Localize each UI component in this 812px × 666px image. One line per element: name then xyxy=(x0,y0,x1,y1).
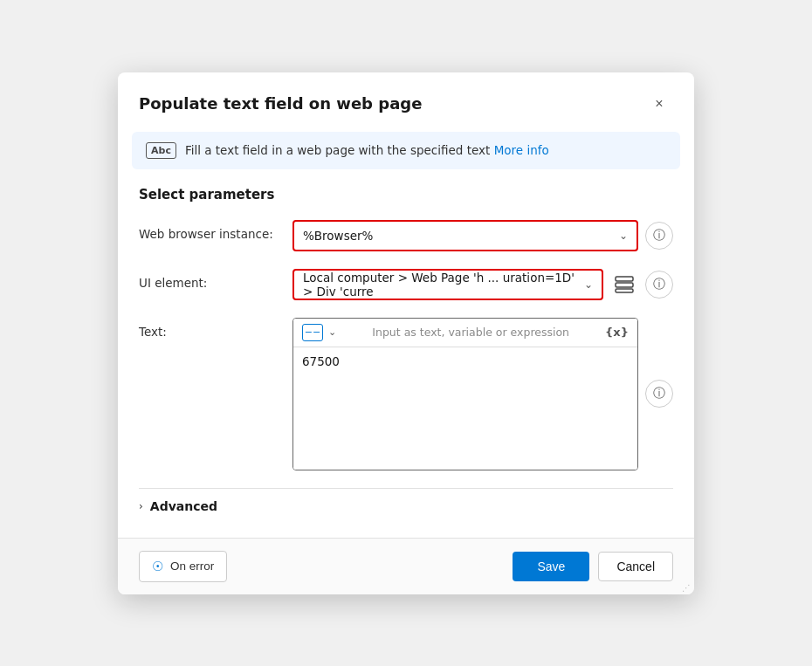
dialog-body: Select parameters Web browser instance: … xyxy=(118,169,694,538)
text-area-wrapper: −− ⌄ Input as text, variable or expressi… xyxy=(292,318,638,470)
browser-label: Web browser instance: xyxy=(139,220,279,241)
browser-control: %Browser% ⌄ ⓘ xyxy=(292,220,673,251)
more-info-link[interactable]: More info xyxy=(494,143,549,157)
svg-rect-0 xyxy=(616,277,633,281)
browser-value: %Browser% xyxy=(303,229,373,243)
info-banner-text: Fill a text field in a web page with the… xyxy=(185,143,549,157)
chevron-down-icon: ⌄ xyxy=(584,278,593,291)
browser-info-icon[interactable]: ⓘ xyxy=(645,222,673,250)
dialog-header: Populate text field on web page × xyxy=(118,72,694,132)
text-info-icon[interactable]: ⓘ xyxy=(645,380,673,408)
text-area-toolbar: −− ⌄ Input as text, variable or expressi… xyxy=(293,319,637,347)
dialog-title: Populate text field on web page xyxy=(139,94,422,113)
stack-icon[interactable] xyxy=(610,271,638,299)
on-error-button[interactable]: ☉ On error xyxy=(139,551,227,582)
section-title: Select parameters xyxy=(139,187,673,203)
dialog: Populate text field on web page × Abc Fi… xyxy=(118,72,694,594)
expression-icon[interactable]: {x} xyxy=(605,326,629,339)
text-row: Text: −− ⌄ Input as text, variable or ex… xyxy=(139,318,673,470)
info-banner: Abc Fill a text field in a web page with… xyxy=(132,132,680,169)
browser-dropdown[interactable]: %Browser% ⌄ xyxy=(292,220,638,251)
advanced-label: Advanced xyxy=(150,499,217,513)
footer-wrapper: ☉ On error Save Cancel ⋰ xyxy=(118,538,694,594)
text-value: 67500 xyxy=(302,354,340,368)
text-placeholder: Input as text, variable or expression xyxy=(372,326,569,339)
text-control: −− ⌄ Input as text, variable or expressi… xyxy=(292,318,673,470)
browser-instance-row: Web browser instance: %Browser% ⌄ ⓘ xyxy=(139,220,673,251)
abc-icon: Abc xyxy=(146,142,176,159)
svg-rect-1 xyxy=(616,283,633,287)
on-error-label: On error xyxy=(170,560,214,573)
text-mode-chevron[interactable]: ⌄ xyxy=(328,326,336,338)
ui-element-control: Local computer > Web Page 'h ... uration… xyxy=(292,269,673,300)
close-button[interactable]: × xyxy=(645,90,673,118)
advanced-section[interactable]: › Advanced xyxy=(139,488,673,520)
ui-element-row: UI element: Local computer > Web Page 'h… xyxy=(139,269,673,300)
text-area-content[interactable]: 67500 xyxy=(293,347,637,470)
text-mode-icon[interactable]: −− xyxy=(302,324,323,341)
footer-actions: Save Cancel xyxy=(513,552,673,581)
cancel-button[interactable]: Cancel xyxy=(598,552,673,581)
ui-element-value: Local computer > Web Page 'h ... uration… xyxy=(303,271,584,299)
chevron-right-icon: › xyxy=(139,500,143,512)
chevron-down-icon: ⌄ xyxy=(619,230,628,242)
save-button[interactable]: Save xyxy=(513,552,589,581)
dialog-footer: ☉ On error Save Cancel xyxy=(118,538,694,594)
shield-icon: ☉ xyxy=(152,559,163,574)
ui-element-dropdown[interactable]: Local computer > Web Page 'h ... uration… xyxy=(292,269,603,300)
ui-element-info-icon[interactable]: ⓘ xyxy=(645,271,673,299)
resize-handle: ⋰ xyxy=(682,583,691,593)
ui-element-label: UI element: xyxy=(139,269,279,290)
svg-rect-2 xyxy=(616,289,633,292)
text-label: Text: xyxy=(139,318,279,339)
